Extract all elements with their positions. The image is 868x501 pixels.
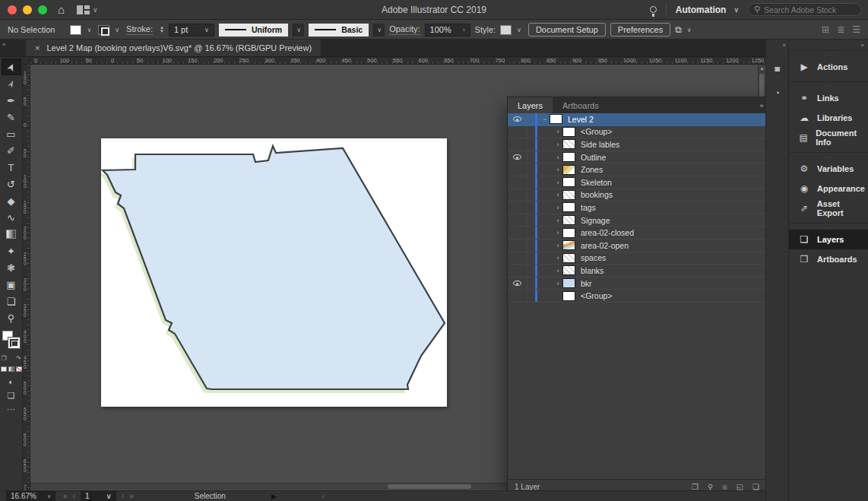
width-tool[interactable]: ∿ xyxy=(2,209,21,226)
layer-name[interactable]: Side lables xyxy=(581,140,619,149)
chevron-down-icon[interactable]: ∨ xyxy=(87,27,91,33)
opacity-field[interactable]: 100% › xyxy=(425,24,470,36)
zoom-level-dropdown[interactable]: 16.67% ∨ xyxy=(6,491,55,501)
layer-name[interactable]: tags xyxy=(581,203,596,212)
layer-thumbnail[interactable] xyxy=(562,165,575,175)
visibility-toggle[interactable] xyxy=(508,290,527,302)
selection-tool[interactable]: ➤ xyxy=(2,59,21,75)
gradient-panel-icon[interactable]: ◔ xyxy=(768,84,787,102)
expand-layer-icon[interactable]: › xyxy=(553,267,562,274)
dock-button-appearance[interactable]: ◉Appearance xyxy=(789,179,868,198)
visibility-toggle[interactable] xyxy=(508,239,527,252)
paintbrush-tool[interactable]: ✐ xyxy=(2,142,21,159)
layer-thumbnail[interactable] xyxy=(562,139,575,149)
layer-row[interactable]: ›area-02-open○ xyxy=(508,239,786,252)
graphic-style-swatch[interactable] xyxy=(500,25,512,35)
layer-thumbnail[interactable] xyxy=(562,278,575,288)
horizontal-scroll-thumb[interactable] xyxy=(388,484,471,489)
layer-thumbnail[interactable] xyxy=(562,228,575,238)
make-clipping-mask-icon[interactable]: ◙ xyxy=(722,483,727,491)
visibility-toggle[interactable] xyxy=(508,126,527,138)
layer-name[interactable]: Outline xyxy=(581,153,606,162)
expand-layer-icon[interactable]: › xyxy=(553,179,562,186)
layer-thumbnail[interactable] xyxy=(562,253,575,263)
fill-stroke-widget[interactable] xyxy=(2,331,21,350)
rotate-tool[interactable]: ↺ xyxy=(2,176,21,192)
layer-thumbnail[interactable] xyxy=(562,265,575,275)
color-panel-icon[interactable]: ◙ xyxy=(768,59,787,78)
new-layer-icon[interactable]: ❏ xyxy=(752,483,759,491)
layer-thumbnail[interactable] xyxy=(562,215,575,225)
visibility-toggle[interactable] xyxy=(508,214,527,227)
layer-name[interactable]: blanks xyxy=(581,266,603,275)
dock-button-layers[interactable]: ❏Layers xyxy=(789,230,868,249)
width-profile-dropdown[interactable]: Uniform xyxy=(219,24,288,36)
ruler-origin-corner[interactable] xyxy=(23,57,30,65)
document-tab[interactable]: × Level 2 Map (booking overlays)V6.svg* … xyxy=(26,40,321,56)
chevron-down-icon[interactable]: ∨ xyxy=(687,27,692,33)
layer-thumbnail[interactable] xyxy=(562,202,575,212)
locate-object-icon[interactable]: ⚲ xyxy=(708,483,713,491)
layer-row[interactable]: ›blanks○ xyxy=(508,265,786,277)
workspace-layout-icon[interactable] xyxy=(77,5,90,14)
chevron-down-icon[interactable]: ∨ xyxy=(517,27,521,33)
dock-button-actions[interactable]: ▶Actions xyxy=(789,57,868,77)
layer-name[interactable]: bookings xyxy=(581,190,613,199)
default-fill-stroke-icon[interactable]: ❐ xyxy=(2,355,7,362)
layer-name[interactable]: Zones xyxy=(581,165,603,174)
stroke-swatch[interactable] xyxy=(98,25,109,35)
layer-name[interactable]: <Group> xyxy=(581,127,612,136)
chevron-down-icon[interactable]: ∨ xyxy=(373,24,385,36)
rectangle-tool[interactable]: ▭ xyxy=(2,125,21,142)
minimize-window-button[interactable] xyxy=(23,5,32,14)
vertical-ruler[interactable]: 1 0 05 005 01 0 01 5 02 0 02 5 03 0 03 5… xyxy=(23,65,30,490)
eraser-tool[interactable]: ◆ xyxy=(2,192,21,209)
zoom-window-button[interactable] xyxy=(38,5,47,14)
visibility-toggle[interactable] xyxy=(508,265,527,277)
map-outline-shape[interactable] xyxy=(101,138,447,407)
artboard-number-dropdown[interactable]: 1 ∨ xyxy=(81,491,116,501)
scroll-up-icon[interactable]: ▲ xyxy=(759,65,765,71)
tab-layers[interactable]: Layers xyxy=(508,97,553,113)
close-window-button[interactable] xyxy=(8,5,17,14)
layer-thumbnail[interactable] xyxy=(562,291,575,301)
next-artboard-icon[interactable]: › xyxy=(122,492,124,500)
collapse-panel-icon[interactable]: » xyxy=(759,102,763,109)
last-artboard-icon[interactable]: » xyxy=(129,492,134,500)
tab-artboards[interactable]: Artboards xyxy=(553,97,609,113)
layer-row[interactable]: ›<Group>○ xyxy=(508,126,786,139)
visibility-toggle[interactable] xyxy=(508,189,527,201)
opacity-label[interactable]: Opacity: xyxy=(389,24,420,35)
color-chip[interactable] xyxy=(1,366,7,372)
workspace-switcher[interactable]: Automation ∨ xyxy=(676,5,739,15)
stroke-weight-stepper[interactable]: ▲▼ xyxy=(160,26,164,33)
document-setup-button[interactable]: Document Setup xyxy=(528,23,606,36)
dock-button-libraries[interactable]: ☁Libraries xyxy=(789,108,868,128)
layer-row[interactable]: ›Level 2○ xyxy=(508,113,786,126)
expand-layer-icon[interactable]: › xyxy=(553,141,562,148)
swap-fill-stroke-icon[interactable]: ↷ xyxy=(16,355,21,362)
layer-name[interactable]: spaces xyxy=(581,253,606,262)
layer-row[interactable]: ›Signage○ xyxy=(508,214,786,227)
chevron-down-icon[interactable]: ∨ xyxy=(115,27,119,33)
layer-row[interactable]: ›area-02-closed○ xyxy=(508,227,786,239)
layer-name[interactable]: bkr xyxy=(581,279,592,288)
visibility-toggle[interactable] xyxy=(508,277,527,290)
shape-builder-tool[interactable]: ▣ xyxy=(2,276,21,293)
expand-layer-icon[interactable]: › xyxy=(553,242,562,249)
brush-definition-dropdown[interactable]: Basic xyxy=(309,24,369,36)
direct-selection-tool[interactable]: ➢ xyxy=(2,75,21,92)
isolate-selection-icon[interactable]: ⧉ xyxy=(675,24,682,35)
first-artboard-icon[interactable]: « xyxy=(63,492,68,500)
layer-thumbnail[interactable] xyxy=(562,190,575,200)
artboard-tool[interactable]: ❏ xyxy=(2,293,21,309)
eyedropper-tool[interactable]: ✦ xyxy=(2,243,21,259)
visibility-toggle[interactable] xyxy=(508,151,527,163)
none-chip[interactable] xyxy=(16,366,22,372)
gradient-chip[interactable] xyxy=(8,366,14,372)
expand-panels-icon[interactable]: « xyxy=(861,42,863,49)
layer-name[interactable]: area-02-closed xyxy=(581,228,634,237)
curvature-tool[interactable]: ✎ xyxy=(2,109,21,125)
visibility-toggle[interactable] xyxy=(508,163,527,176)
symbol-sprayer-tool[interactable]: ❃ xyxy=(2,259,21,276)
